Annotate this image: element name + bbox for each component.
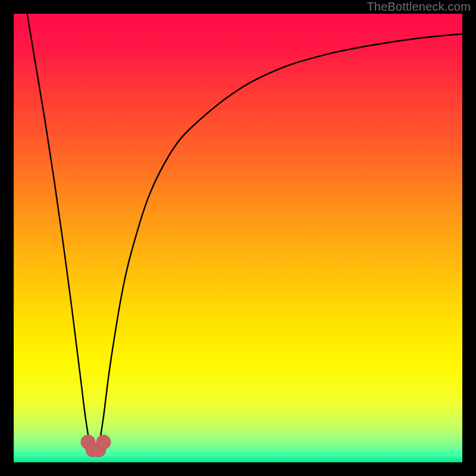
bottleneck-curve	[14, 14, 462, 462]
optimal-zone-marker	[81, 435, 111, 457]
svg-point-4	[96, 435, 111, 449]
plot-area	[14, 14, 462, 462]
watermark-text: TheBottleneck.com	[367, 0, 471, 14]
chart-frame: TheBottleneck.com	[0, 0, 476, 476]
